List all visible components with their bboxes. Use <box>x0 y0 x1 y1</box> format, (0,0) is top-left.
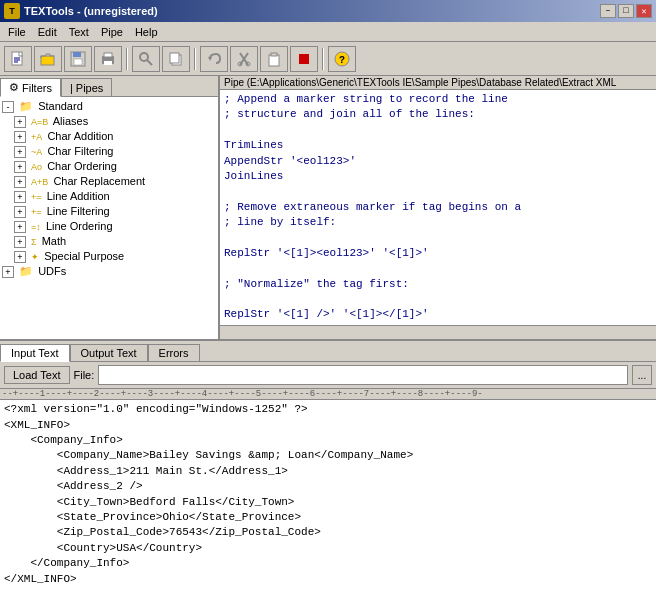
left-tab-bar: ⚙ Filters | Pipes <box>0 76 218 97</box>
separator-2 <box>194 48 196 70</box>
tree-item-line-filtering[interactable]: + += Line Filtering <box>14 204 216 219</box>
maximize-button[interactable]: □ <box>618 4 634 18</box>
svg-point-11 <box>140 53 148 61</box>
pipe-editor-panel: Pipe (E:\Applications\Generic\TEXTools I… <box>220 76 656 339</box>
line-addition-icon: += <box>31 192 42 202</box>
svg-rect-19 <box>269 55 279 66</box>
folder-icon: 📁 <box>19 100 33 112</box>
svg-rect-10 <box>104 61 112 65</box>
input-text[interactable]: <?xml version="1.0" encoding="Windows-12… <box>4 402 652 587</box>
load-text-button[interactable]: Load Text <box>4 366 70 384</box>
toolbar: ? <box>0 42 656 76</box>
tab-pipes[interactable]: | Pipes <box>61 78 112 96</box>
filter-tree[interactable]: - 📁 Standard + A=B Aliases + +A Char Add… <box>0 97 218 339</box>
char-filtering-icon: ~A <box>31 147 42 157</box>
top-pane: ⚙ Filters | Pipes - 📁 Standard + <box>0 76 656 341</box>
svg-rect-4 <box>41 56 54 65</box>
svg-line-12 <box>147 60 152 65</box>
svg-rect-21 <box>299 54 309 64</box>
math-icon: Σ <box>31 237 37 247</box>
bottom-tab-bar: Input Text Output Text Errors <box>0 341 656 362</box>
copy-button[interactable] <box>162 46 190 72</box>
svg-rect-20 <box>271 53 277 56</box>
tree-root-udfs[interactable]: + 📁 UDFs <box>2 264 216 279</box>
tab-errors[interactable]: Errors <box>148 344 200 361</box>
menu-text[interactable]: Text <box>63 25 95 39</box>
tree-item-aliases[interactable]: + A=B Aliases <box>14 114 216 129</box>
menu-edit[interactable]: Edit <box>32 25 63 39</box>
app-icon: T <box>4 3 20 19</box>
char-addition-icon: +A <box>31 132 42 142</box>
undo-button[interactable] <box>200 46 228 72</box>
tree-item-special[interactable]: + ✦ Special Purpose <box>14 249 216 264</box>
tree-item-line-ordering[interactable]: + =↕ Line Ordering <box>14 219 216 234</box>
tree-item-line-addition[interactable]: + += Line Addition <box>14 189 216 204</box>
svg-text:?: ? <box>339 55 345 66</box>
pipe-header: Pipe (E:\Applications\Generic\TEXTools I… <box>220 76 656 90</box>
menu-help[interactable]: Help <box>129 25 164 39</box>
special-icon: ✦ <box>31 252 39 262</box>
menu-pipe[interactable]: Pipe <box>95 25 129 39</box>
pipe-hscroll[interactable] <box>220 325 656 339</box>
save-button[interactable] <box>64 46 92 72</box>
menu-bar: File Edit Text Pipe Help <box>0 22 656 42</box>
input-text-area[interactable]: <?xml version="1.0" encoding="Windows-12… <box>0 400 656 589</box>
open-button[interactable] <box>34 46 62 72</box>
bottom-pane: Input Text Output Text Errors Load Text … <box>0 341 656 589</box>
find-button[interactable] <box>132 46 160 72</box>
pipe-content[interactable]: ; Append a marker string to record the l… <box>220 90 656 325</box>
tab-input-text[interactable]: Input Text <box>0 344 70 362</box>
title-bar: T TEXTools - (unregistered) – □ ✕ <box>0 0 656 22</box>
ruler: --+----1----+----2----+----3----+----4--… <box>0 389 656 400</box>
char-replacement-icon: A+B <box>31 177 48 187</box>
left-panel: ⚙ Filters | Pipes - 📁 Standard + <box>0 76 220 339</box>
bottom-toolbar: Load Text File: ... <box>0 362 656 389</box>
paste-button[interactable] <box>260 46 288 72</box>
file-path-input[interactable] <box>98 365 628 385</box>
aliases-icon: A=B <box>31 117 48 127</box>
udfs-folder-icon: 📁 <box>19 265 33 277</box>
print-button[interactable] <box>94 46 122 72</box>
help-button[interactable]: ? <box>328 46 356 72</box>
minimize-button[interactable]: – <box>600 4 616 18</box>
svg-rect-9 <box>104 53 112 57</box>
tree-root-standard[interactable]: - 📁 Standard <box>2 99 216 114</box>
tree-item-char-filtering[interactable]: + ~A Char Filtering <box>14 144 216 159</box>
tab-output-text[interactable]: Output Text <box>70 344 148 361</box>
main-container: ⚙ Filters | Pipes - 📁 Standard + <box>0 76 656 589</box>
menu-file[interactable]: File <box>2 25 32 39</box>
svg-rect-14 <box>170 53 179 63</box>
svg-rect-6 <box>73 52 81 57</box>
tree-item-char-ordering[interactable]: + Ao Char Ordering <box>14 159 216 174</box>
new-button[interactable] <box>4 46 32 72</box>
tree-standard-children: + A=B Aliases + +A Char Addition + ~A Ch… <box>14 114 216 264</box>
separator-3 <box>322 48 324 70</box>
tree-item-math[interactable]: + Σ Math <box>14 234 216 249</box>
line-ordering-icon: =↕ <box>31 222 41 232</box>
tree-item-char-replacement[interactable]: + A+B Char Replacement <box>14 174 216 189</box>
pipes-icon: | <box>70 82 73 94</box>
line-filtering-icon: += <box>31 207 42 217</box>
browse-button[interactable]: ... <box>632 365 652 385</box>
tree-item-char-addition[interactable]: + +A Char Addition <box>14 129 216 144</box>
stop-button[interactable] <box>290 46 318 72</box>
close-button[interactable]: ✕ <box>636 4 652 18</box>
char-ordering-icon: Ao <box>31 162 42 172</box>
cut-button[interactable] <box>230 46 258 72</box>
filters-icon: ⚙ <box>9 81 19 94</box>
window-title: TEXTools - (unregistered) <box>24 5 158 17</box>
pipe-text[interactable]: ; Append a marker string to record the l… <box>224 92 652 323</box>
file-label: File: <box>74 369 95 381</box>
svg-rect-7 <box>74 59 82 65</box>
tab-filters[interactable]: ⚙ Filters <box>0 78 61 97</box>
separator-1 <box>126 48 128 70</box>
